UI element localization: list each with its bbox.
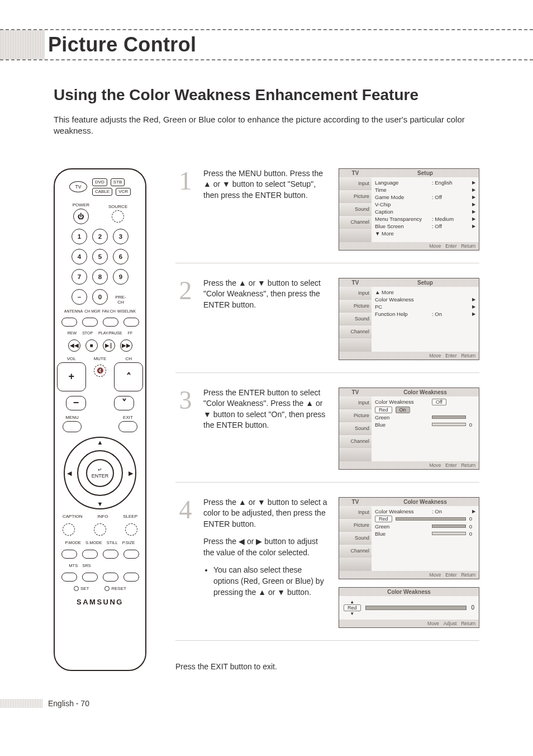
- osd4b-bar: [365, 606, 467, 610]
- power-button[interactable]: ⏻: [73, 209, 89, 224]
- osd3-title: Color Weakness: [372, 388, 479, 396]
- blank-button-1[interactable]: [103, 573, 118, 582]
- step4-p1: Press the ▲ or ▼ button to select a colo…: [203, 497, 329, 530]
- osd1-r5-k: Menu Transparency: [375, 216, 429, 222]
- play-button[interactable]: ▶∥: [103, 339, 115, 352]
- reset-dot-icon[interactable]: [104, 586, 110, 591]
- volume-down[interactable]: −: [66, 396, 86, 410]
- mute-label: MUTE: [94, 356, 107, 361]
- exit-label: EXIT: [123, 415, 133, 420]
- ch-label: CH: [126, 356, 132, 361]
- osd3-tab-input: Input: [339, 396, 372, 409]
- stop-button[interactable]: ■: [85, 339, 98, 352]
- osd3-c2-name: Blue: [375, 422, 429, 428]
- still-button[interactable]: [103, 550, 118, 559]
- osd4a-tab-input: Input: [339, 506, 372, 519]
- channel-down[interactable]: ˅: [114, 396, 134, 410]
- smode-button[interactable]: [82, 550, 98, 559]
- remote-power-source: POWER ⏻ SOURCE: [60, 202, 140, 224]
- mts-button[interactable]: [61, 573, 77, 582]
- osd4a-tab-channel: Channel: [339, 545, 372, 557]
- osd1-r0-k: Language: [375, 179, 429, 186]
- osd4b-up: ▲: [350, 599, 354, 604]
- step4-osd-a: TV Color Weakness Input Picture Sound Ch…: [339, 497, 479, 579]
- nav-down-icon[interactable]: ▼: [97, 500, 103, 507]
- exit-button[interactable]: [118, 421, 137, 432]
- osd1-r6-k: Blue Screen: [375, 223, 429, 229]
- osd2-content: ▲ More Color Weakness PC Function Help: …: [372, 287, 479, 352]
- step3-text: Press the ENTER button to select "Color …: [203, 388, 329, 470]
- play-label: PLAY/PAUSE: [98, 331, 122, 335]
- source-button[interactable]: [112, 210, 124, 223]
- blank-button-2[interactable]: [123, 573, 139, 582]
- channel-rocker[interactable]: ˄: [114, 362, 143, 391]
- pmode-button[interactable]: [61, 550, 77, 559]
- osd2-tab-input: Input: [339, 287, 372, 300]
- caption-button[interactable]: [63, 523, 75, 536]
- set-label: SET: [80, 586, 89, 591]
- transport-row: ◀◀ ■ ▶∥ ▶▶: [60, 339, 140, 352]
- digit-9[interactable]: 9: [113, 269, 129, 285]
- digit-3[interactable]: 3: [113, 229, 129, 244]
- osd4b-val: 0: [471, 604, 474, 611]
- antenna-button[interactable]: [61, 318, 77, 327]
- dash-button[interactable]: –: [72, 289, 87, 305]
- remote-src-vcr: VCR: [116, 188, 131, 196]
- osd3-f0: Move: [429, 462, 441, 468]
- osd4a-f0: Move: [429, 572, 441, 578]
- osd4b-title: Color Weakness: [339, 588, 479, 596]
- menu-button[interactable]: [63, 421, 82, 432]
- info-button[interactable]: [94, 523, 106, 536]
- chmgr-button[interactable]: [82, 318, 98, 327]
- psize-label: P.SIZE: [122, 540, 135, 545]
- osd4a-r1-bar: [396, 517, 466, 521]
- osd1-r7-k: ▼ More: [375, 230, 429, 237]
- osd1-corner: TV: [339, 169, 372, 177]
- osd3-opt-on: On: [396, 407, 410, 413]
- step4-osd-b: Color Weakness ▲ Red ▼: [339, 587, 479, 628]
- osd1-r5-v: : Medium: [432, 216, 469, 222]
- wiselink-button[interactable]: [123, 318, 139, 327]
- digit-7[interactable]: 7: [72, 269, 87, 285]
- step-2: 2 Press the ▲ or ▼ button to select "Col…: [175, 278, 479, 373]
- enter-button[interactable]: ↵ ENTER: [86, 459, 114, 487]
- set-dot-icon[interactable]: [74, 586, 79, 591]
- ff-button[interactable]: ▶▶: [120, 339, 132, 352]
- osd2-tab-channel: Channel: [339, 325, 372, 338]
- psize-button[interactable]: [123, 550, 139, 559]
- digit-5[interactable]: 5: [92, 249, 108, 264]
- rew-button[interactable]: ◀◀: [68, 339, 80, 352]
- step3-num: 3: [175, 388, 196, 470]
- digit-8[interactable]: 8: [92, 269, 108, 285]
- remote-src-tv: TV: [69, 181, 87, 192]
- osd2-f0: Move: [429, 353, 441, 358]
- osd3-tab-picture: Picture: [339, 409, 372, 422]
- osd3-c0-name: Red: [375, 407, 392, 413]
- osd1-f0: Move: [429, 243, 441, 249]
- digit-2[interactable]: 2: [92, 229, 108, 244]
- pmode-label: P.MODE: [65, 540, 81, 545]
- nav-right-icon[interactable]: ▶: [129, 469, 133, 476]
- step4-bullet: You can also select these options (Red, …: [213, 565, 329, 598]
- digit-4[interactable]: 4: [72, 249, 87, 264]
- srs-label: SRS: [82, 563, 91, 568]
- digit-6[interactable]: 6: [113, 249, 129, 264]
- osd1-tab-blank: [339, 229, 372, 242]
- srs-button[interactable]: [82, 573, 98, 582]
- nav-left-icon[interactable]: ◀: [67, 469, 72, 476]
- digit-1[interactable]: 1: [72, 229, 87, 244]
- enter-icon: ↵: [98, 467, 102, 472]
- info-label: INFO: [97, 514, 108, 519]
- remote-src-cable: CABLE: [92, 188, 112, 196]
- mute-button[interactable]: 🔇: [94, 365, 106, 377]
- nav-up-icon[interactable]: ▲: [97, 439, 103, 446]
- sleep-button[interactable]: [125, 523, 137, 536]
- osd3-c1-name: Green: [375, 414, 429, 420]
- volume-rocker[interactable]: +: [57, 362, 86, 391]
- nav-pad[interactable]: ▲ ▼ ◀ ▶ ↵ ENTER: [64, 437, 136, 509]
- favch-button[interactable]: [103, 318, 118, 327]
- digit-0[interactable]: 0: [92, 289, 108, 305]
- digit-row3: 7 8 9: [60, 269, 140, 285]
- osd4b-down: ▼: [350, 611, 354, 616]
- remote-src-stack: DVD STB CABLE VCR: [92, 178, 131, 196]
